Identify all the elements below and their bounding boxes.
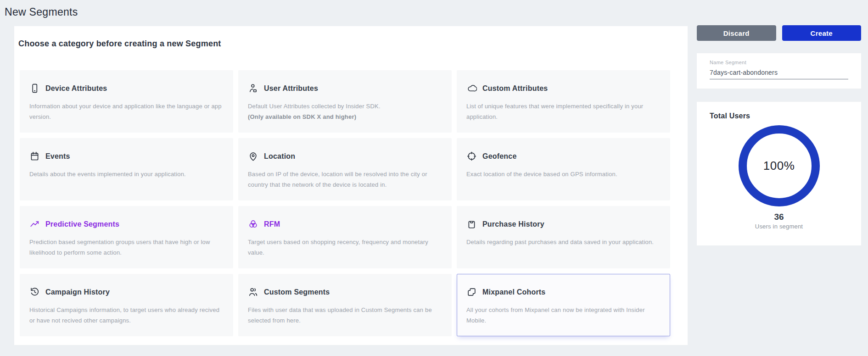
category-description: List of unique features that were implem… [466,101,659,122]
category-title: Mixpanel Cohorts [482,288,545,296]
category-grid: Device Attributes Information about your… [20,70,670,336]
category-title: Location [264,152,295,161]
category-description: Target users based on shopping recency, … [248,237,441,258]
user-device-icon [248,83,258,94]
category-card-purchase-history[interactable]: Purchase History Details regarding past … [457,206,670,268]
category-description: Historical Campaigns information, to tar… [29,305,222,326]
category-title: Purchase History [482,220,544,228]
category-card-custom-segments[interactable]: Custom Segments Files with user data tha… [238,274,452,336]
category-card-campaign-history[interactable]: Campaign History Historical Campaigns in… [20,274,233,336]
category-card-location[interactable]: Location Based on IP of the device, loca… [238,138,452,200]
category-card-geofence[interactable]: Geofence Exact location of the device ba… [457,138,670,200]
venn-circles-icon [248,219,258,229]
category-card-mixpanel-cohorts[interactable]: Mixpanel Cohorts All your cohorts from M… [457,274,670,336]
name-segment-card: Name Segment [697,53,861,89]
category-title: User Attributes [264,84,318,93]
page-title: New Segments [5,6,78,18]
category-description: Details regarding past purchases and dat… [466,237,659,248]
create-button[interactable]: Create [782,25,862,41]
total-users-card: Total Users 100% 36 Users in segment [697,102,861,245]
total-users-title: Total Users [710,112,861,120]
category-description: Files with user data that was uploaded i… [248,305,441,326]
category-description: All your cohorts from Mixpanel can now b… [466,305,659,326]
users-icon [248,287,258,297]
history-clock-icon [29,287,40,297]
category-description: Information about your device and applic… [29,101,222,122]
smartphone-icon [29,83,40,94]
map-pin-icon [248,151,258,161]
panel-heading: Choose a category before creating a new … [18,39,688,49]
donut-percent-label: 100% [763,159,795,173]
linked-squares-icon [466,287,477,297]
calendar-icon [29,151,40,161]
category-title: Device Attributes [45,84,107,93]
category-card-user-attributes[interactable]: User Attributes Default User Attributes … [238,70,452,133]
category-title: Campaign History [45,288,110,296]
discard-button[interactable]: Discard [697,25,776,41]
category-description: Prediction based segmentation groups use… [29,237,222,258]
users-donut-chart: 100% [739,125,820,206]
category-description: Details about the events implemented in … [29,169,222,180]
category-title: Predictive Segments [45,220,119,228]
category-card-custom-attributes[interactable]: Custom Attributes List of unique feature… [457,70,670,133]
name-segment-input[interactable] [710,68,848,79]
geofence-target-icon [466,151,477,161]
cloud-icon [466,83,477,94]
category-title: Custom Segments [264,288,330,296]
category-description: Default User Attributes collected by Ins… [248,101,441,112]
category-title: Custom Attributes [482,84,548,93]
category-title: Events [45,152,70,161]
category-card-device-attributes[interactable]: Device Attributes Information about your… [20,70,233,133]
category-description: Exact location of the device based on GP… [466,169,659,180]
name-segment-label: Name Segment [710,60,848,65]
users-count: 36 [697,212,861,222]
category-title: RFM [264,220,280,228]
users-caption: Users in segment [697,223,861,230]
shopping-bag-icon [466,219,477,229]
category-description-note: (Only available on SDK X and higher) [248,112,441,122]
trending-up-icon [29,219,40,229]
category-card-rfm[interactable]: RFM Target users based on shopping recen… [238,206,452,268]
category-card-predictive-segments[interactable]: Predictive Segments Prediction based seg… [20,206,233,268]
category-card-events[interactable]: Events Details about the events implemen… [20,138,233,200]
segment-category-panel: Choose a category before creating a new … [14,26,688,345]
action-buttons: Discard Create [697,25,861,41]
category-title: Geofence [482,152,517,161]
category-description: Based on IP of the device, location will… [248,169,441,190]
